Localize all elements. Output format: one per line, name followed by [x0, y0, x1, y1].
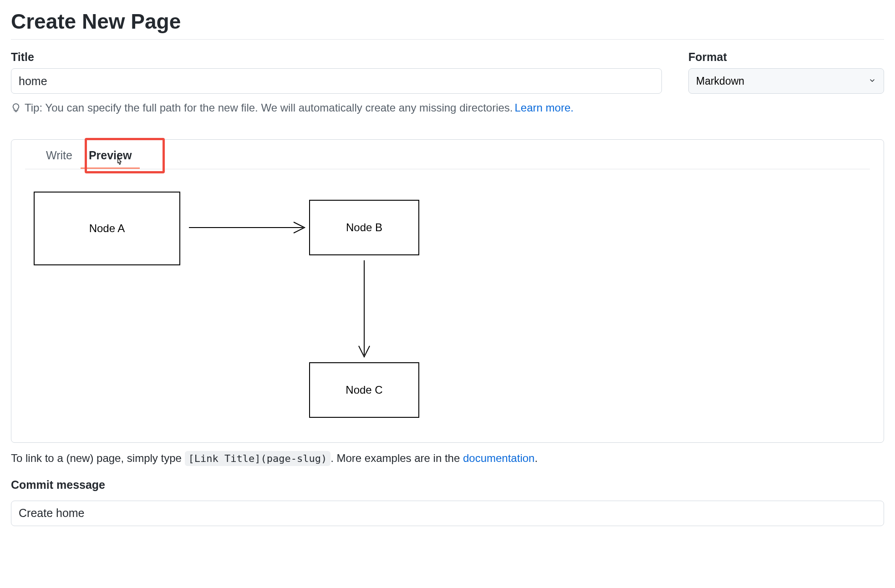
diagram-node-a-label: Node A — [89, 222, 125, 234]
tip-text: Tip: You can specify the full path for t… — [25, 100, 513, 116]
editor-panel: Write Preview Node A Node B Node C — [11, 139, 884, 443]
diagram-node-c-label: Node C — [346, 384, 382, 396]
preview-content: Node A Node B Node C — [11, 169, 884, 442]
lightbulb-icon — [11, 102, 21, 114]
commit-message-label: Commit message — [11, 478, 884, 492]
link-hint-suffix: . — [534, 452, 538, 464]
tab-preview[interactable]: Preview — [81, 144, 140, 169]
title-label: Title — [11, 51, 662, 64]
link-hint-prefix: To link to a (new) page, simply type — [11, 452, 185, 464]
diagram-node-b-label: Node B — [346, 221, 382, 233]
format-select[interactable]: Markdown — [688, 68, 884, 94]
documentation-link[interactable]: documentation — [463, 452, 534, 464]
page-heading: Create New Page — [11, 9, 884, 40]
title-input[interactable] — [11, 68, 662, 94]
tab-write[interactable]: Write — [38, 144, 81, 169]
commit-message-input[interactable] — [11, 501, 884, 526]
link-hint-code: [Link Title](page-slug) — [185, 451, 331, 466]
link-hint-middle: . More examples are in the — [331, 452, 463, 464]
learn-more-link[interactable]: Learn more. — [515, 100, 574, 116]
diagram: Node A Node B Node C — [25, 188, 435, 424]
link-hint: To link to a (new) page, simply type [Li… — [11, 452, 884, 465]
format-label: Format — [688, 51, 884, 64]
